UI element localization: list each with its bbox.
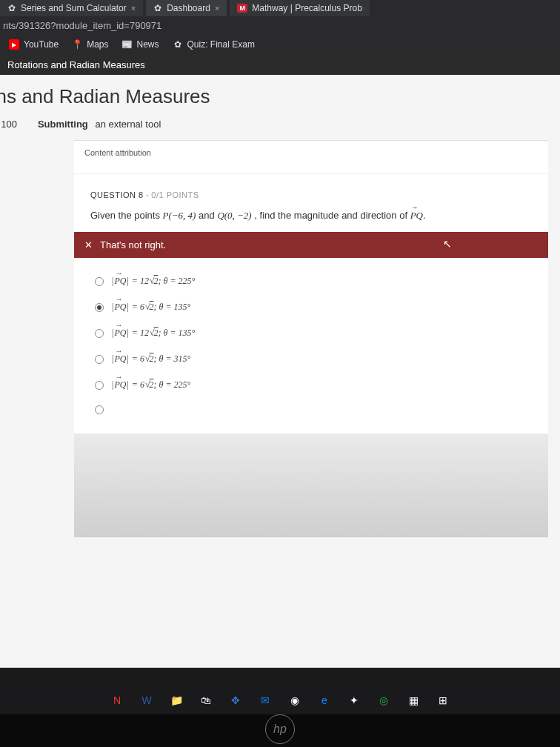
- star-icon: ✿: [7, 4, 16, 13]
- answer-option[interactable]: [90, 398, 532, 422]
- taskbar-app-icon[interactable]: 📁: [168, 692, 184, 708]
- youtube-icon: ▶: [9, 39, 19, 50]
- tab-calculator[interactable]: ✿ Series and Sum Calculator ×: [0, 0, 143, 16]
- bookmark-news[interactable]: 📰 News: [122, 39, 159, 50]
- bookmark-quiz[interactable]: ✿ Quiz: Final Exam: [173, 39, 255, 50]
- bookmark-youtube[interactable]: ▶ YouTube: [9, 39, 59, 50]
- bookmark-label: YouTube: [24, 39, 59, 50]
- taskbar-app-icon[interactable]: e: [316, 692, 333, 708]
- answer-option[interactable]: PQ = 62; θ = 315°: [90, 346, 532, 372]
- question-card: QUESTION 8 · 0/1 POINTS Given the points…: [74, 174, 548, 434]
- taskbar-app-icon[interactable]: ▦: [405, 692, 421, 708]
- mathway-icon: M: [237, 4, 247, 13]
- submitting-value: an external tool: [95, 119, 161, 130]
- breadcrumb: Rotations and Radian Measures: [0, 55, 560, 75]
- star-icon: ✿: [153, 4, 162, 13]
- radio-button[interactable]: [95, 329, 104, 338]
- option-formula: PQ = 122; θ = 225°: [111, 276, 195, 287]
- taskbar-app-icon[interactable]: ✥: [227, 692, 244, 708]
- close-icon[interactable]: ×: [215, 4, 219, 13]
- maps-icon: 📍: [72, 39, 82, 50]
- prompt-text: , find the magnitude and direction of: [254, 210, 410, 221]
- page-title: ons and Radian Measures: [0, 75, 560, 116]
- close-icon[interactable]: ×: [131, 4, 136, 13]
- prompt-text: .: [423, 210, 426, 221]
- taskbar-app-icon[interactable]: ⊞: [435, 692, 451, 708]
- content-attribution[interactable]: Content attribution: [74, 141, 548, 174]
- prompt-text: Given the points: [90, 210, 163, 221]
- feedback-text: That's not right.: [100, 239, 166, 250]
- option-formula: PQ = 62; θ = 135°: [111, 302, 190, 313]
- question-prompt: Given the points P(−6, 4) and Q(0, −2) ,…: [90, 210, 532, 222]
- taskbar-app-icon[interactable]: ◉: [287, 692, 303, 708]
- breadcrumb-text: Rotations and Radian Measures: [7, 59, 145, 70]
- option-formula: PQ = 122; θ = 135°: [111, 328, 195, 339]
- answer-option[interactable]: PQ = 122; θ = 135°: [90, 320, 532, 346]
- answer-option[interactable]: PQ = 122; θ = 225°: [90, 268, 532, 294]
- radio-button[interactable]: [95, 303, 104, 312]
- feedback-banner: ✕ That's not right. ↖: [74, 232, 548, 258]
- radio-button[interactable]: [95, 405, 104, 414]
- news-icon: 📰: [122, 39, 133, 50]
- hp-logo-icon: hp: [265, 714, 295, 744]
- quiz-icon: ✿: [173, 39, 183, 50]
- answer-option[interactable]: PQ = 62; θ = 135°: [90, 294, 532, 320]
- points-value: 100: [1, 119, 17, 130]
- radio-button[interactable]: [95, 277, 104, 286]
- assignment-meta: ts 100 Submitting an external tool: [0, 116, 560, 140]
- address-bar[interactable]: nts/391326?module_item_id=790971: [0, 20, 161, 31]
- bookmark-maps[interactable]: 📍 Maps: [72, 39, 108, 50]
- taskbar-app-icon[interactable]: N: [109, 692, 125, 708]
- point-q: Q(0, −2): [217, 210, 251, 221]
- bookmark-label: Maps: [87, 39, 108, 50]
- taskbar-app-icon[interactable]: ✦: [346, 692, 362, 708]
- answer-options: PQ = 122; θ = 225°PQ = 62; θ = 135°PQ = …: [90, 264, 532, 426]
- question-number: QUESTION 8: [90, 190, 144, 199]
- taskbar-app-icon[interactable]: 🛍: [198, 692, 214, 708]
- question-points: 0/1 POINTS: [151, 190, 199, 199]
- radio-button[interactable]: [95, 381, 104, 390]
- taskbar-app-icon[interactable]: W: [139, 692, 155, 708]
- point-p: P(−6, 4): [163, 210, 196, 221]
- tab-label: Dashboard: [167, 3, 210, 13]
- submitting-label: Submitting: [38, 119, 88, 130]
- prompt-text: and: [199, 210, 217, 221]
- option-formula: PQ = 62; θ = 225°: [111, 379, 190, 391]
- taskbar-app-icon[interactable]: ◎: [376, 692, 392, 708]
- bookmarks-bar: ▶ YouTube 📍 Maps 📰 News ✿ Quiz: Final Ex…: [0, 34, 560, 55]
- option-formula: PQ = 62; θ = 315°: [111, 353, 190, 365]
- browser-tabs: ✿ Series and Sum Calculator × ✿ Dashboar…: [0, 0, 560, 16]
- tab-mathway[interactable]: M Mathway | Precalculus Prob: [230, 0, 370, 16]
- taskbar-app-icon[interactable]: ✉: [257, 692, 273, 708]
- tab-dashboard[interactable]: ✿ Dashboard ×: [146, 0, 227, 16]
- tab-label: Series and Sum Calculator: [21, 3, 127, 13]
- radio-button[interactable]: [95, 355, 104, 364]
- windows-taskbar: NW📁🛍✥✉◉e✦◎▦⊞: [0, 686, 560, 714]
- cursor-icon: ↖: [443, 238, 452, 250]
- tab-label: Mathway | Precalculus Prob: [252, 3, 362, 13]
- x-icon: ✕: [84, 239, 93, 250]
- bookmark-label: Quiz: Final Exam: [187, 39, 255, 50]
- vector-pq: PQ: [410, 210, 423, 222]
- answer-option[interactable]: PQ = 62; θ = 225°: [90, 372, 532, 398]
- bookmark-label: News: [137, 39, 159, 50]
